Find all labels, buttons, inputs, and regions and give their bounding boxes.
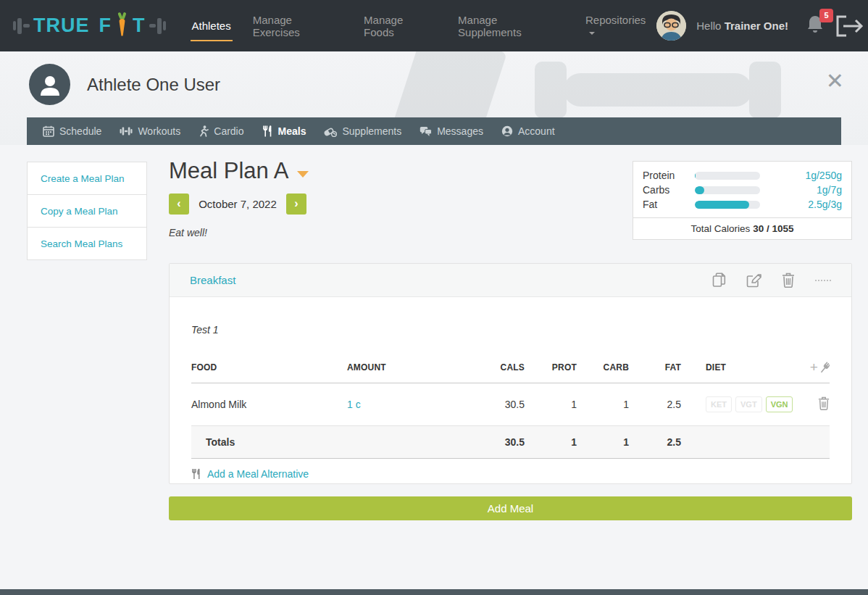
totals-carb: 1 [577, 426, 629, 459]
carrot-icon [117, 12, 128, 37]
carbs-value: 1g/7g [760, 184, 842, 196]
athlete-avatar [29, 64, 70, 105]
diet-badge-vegan: VGN [766, 396, 793, 412]
col-actions: + [801, 353, 830, 383]
greeting-text: Hello Trainer One! [696, 20, 788, 32]
prev-day-button[interactable]: ‹ [169, 194, 189, 215]
dumbbell-icon [120, 126, 133, 136]
trainer-avatar[interactable] [656, 11, 686, 41]
close-icon[interactable]: ✕ [826, 73, 844, 89]
copy-meal-icon[interactable] [712, 272, 726, 288]
subnav-item-schedule[interactable]: Schedule [43, 125, 101, 137]
carbs-progress-bar [695, 186, 760, 194]
athlete-subnav: Schedule Workouts Cardio Meals Supplemen… [27, 117, 841, 145]
diet-badges: KETVGTVGN [681, 383, 801, 426]
meal-alternative-name: Test 1 [191, 324, 830, 336]
logout-button[interactable] [835, 12, 868, 41]
logo-letter-t: T [133, 14, 146, 37]
meal-plan-dropdown-caret-icon[interactable] [297, 171, 309, 178]
account-icon [501, 125, 513, 137]
plus-icon: + [810, 359, 818, 375]
navbar-user-area: Hello Trainer One! 5 [656, 11, 868, 41]
runner-icon [199, 125, 209, 137]
edit-meal-icon[interactable] [746, 273, 761, 288]
athlete-name-title: Athlete One User [87, 75, 220, 95]
fat-value: 2.5g/3g [760, 199, 842, 210]
nav-item-athletes[interactable]: Athletes [191, 12, 233, 39]
col-food: FOOD [191, 353, 347, 383]
add-meal-alternative-button[interactable]: Add a Meal Alternative [191, 468, 830, 480]
macro-row-carbs: Carbs 1g/7g [643, 183, 842, 197]
logo-letter-f: F [99, 14, 112, 37]
subnav-item-supplements[interactable]: Supplements [324, 125, 401, 137]
subnav-item-account[interactable]: Account [501, 125, 555, 137]
delete-meal-icon[interactable] [782, 272, 795, 288]
total-calories: Total Calories 30 / 1055 [633, 217, 851, 239]
totals-label: Totals [191, 426, 347, 459]
current-date: October 7, 2022 [189, 198, 286, 210]
fat-progress-bar [695, 201, 760, 209]
subnav-item-cardio[interactable]: Cardio [199, 125, 243, 137]
col-prot: PROT [525, 353, 577, 383]
subnav-item-messages[interactable]: Messages [420, 125, 483, 137]
totals-row: Totals 30.5 1 1 2.5 [191, 426, 830, 459]
meal-plan-title: Meal Plan A [169, 158, 288, 184]
sidebar-item-copy-meal-plan[interactable]: Copy a Meal Plan [27, 194, 147, 228]
app-window: TRUE F T Athletes Manage Exercises Manag… [0, 0, 868, 595]
macro-row-fat: Fat 2.5g/3g [643, 197, 842, 212]
food-cals: 30.5 [459, 383, 525, 426]
food-table-header-row: FOOD AMOUNT CALS PROT CARB FAT DIET + [191, 353, 830, 383]
fork-knife-icon [191, 468, 201, 480]
pills-icon [324, 126, 337, 137]
meal-plan-sidebar: Create a Meal Plan Copy a Meal Plan Sear… [27, 162, 147, 260]
add-meal-button[interactable]: Add Meal [169, 496, 852, 520]
diet-badge-keto: KET [706, 396, 732, 412]
dumbbell-right-icon [149, 18, 166, 34]
person-icon [38, 72, 62, 97]
macro-row-protein: Protein 1g/250g [643, 168, 842, 183]
subnav-item-meals[interactable]: Meals [262, 125, 306, 137]
food-prot: 1 [525, 383, 577, 426]
logout-icon [835, 14, 867, 38]
total-calories-value: 30 / 1055 [753, 223, 793, 234]
protein-progress-bar [695, 172, 760, 180]
reorder-meal-icon[interactable] [815, 280, 831, 281]
totals-cals: 30.5 [459, 426, 525, 459]
food-row: Almond Milk 1 c 30.5 1 1 2.5 KETVGTVGN [191, 383, 830, 426]
trainer-name: Trainer One! [725, 20, 788, 32]
fork-icon [819, 362, 830, 373]
amount-link[interactable]: 1 c [347, 399, 361, 410]
nav-item-repositories[interactable]: Repositories [584, 7, 656, 46]
meal-title-link[interactable]: Breakfast [190, 274, 235, 286]
food-carb: 1 [577, 383, 629, 426]
content-area: Create a Meal Plan Copy a Meal Plan Sear… [0, 145, 868, 589]
food-name: Almond Milk [191, 383, 347, 426]
nav-item-manage-exercises[interactable]: Manage Exercises [251, 7, 343, 46]
meal-plan-main: Meal Plan A ‹ October 7, 2022 › Eat well… [169, 158, 852, 238]
logo-word-true: TRUE [33, 14, 90, 37]
athlete-identity: Athlete One User [0, 51, 868, 105]
meal-card-header: Breakfast [170, 264, 851, 297]
add-food-button[interactable]: + [801, 359, 830, 375]
col-amount: AMOUNT [347, 353, 459, 383]
chat-bubbles-icon [420, 126, 432, 137]
totals-fat: 2.5 [629, 426, 681, 459]
protein-value: 1g/250g [760, 170, 842, 181]
sidebar-item-create-meal-plan[interactable]: Create a Meal Plan [27, 162, 147, 195]
delete-food-icon[interactable] [818, 396, 830, 410]
truefit-logo[interactable]: TRUE F T [13, 14, 166, 38]
next-day-button[interactable]: › [286, 194, 306, 215]
sidebar-item-search-meal-plans[interactable]: Search Meal Plans [27, 227, 147, 260]
col-cals: CALS [459, 353, 525, 383]
diet-badge-vegetarian: VGT [735, 396, 762, 412]
chevron-down-icon [589, 32, 595, 35]
nav-item-manage-supplements[interactable]: Manage Supplements [456, 7, 565, 46]
subnav-item-workouts[interactable]: Workouts [120, 125, 180, 137]
notifications-button[interactable]: 5 [806, 14, 825, 38]
notification-badge: 5 [819, 9, 833, 22]
dumbbell-left-icon [13, 18, 30, 34]
nav-item-manage-foods[interactable]: Manage Foods [362, 7, 438, 46]
food-fat: 2.5 [629, 383, 681, 426]
col-fat: FAT [629, 353, 681, 383]
col-carb: CARB [577, 353, 629, 383]
